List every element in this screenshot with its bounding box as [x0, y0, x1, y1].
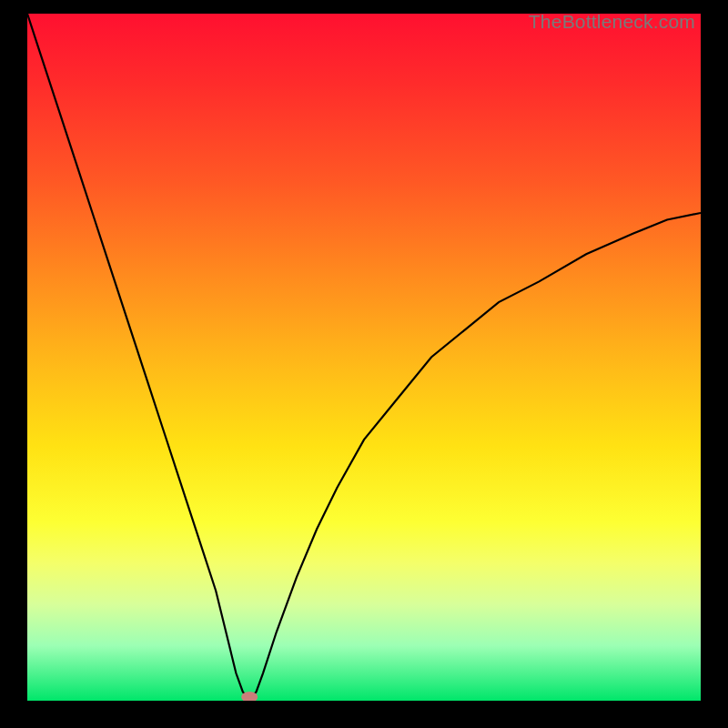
plot-area: TheBottleneck.com	[27, 14, 701, 701]
curve-path	[27, 14, 701, 701]
bottleneck-curve	[27, 14, 701, 701]
chart-frame: TheBottleneck.com	[0, 0, 728, 728]
